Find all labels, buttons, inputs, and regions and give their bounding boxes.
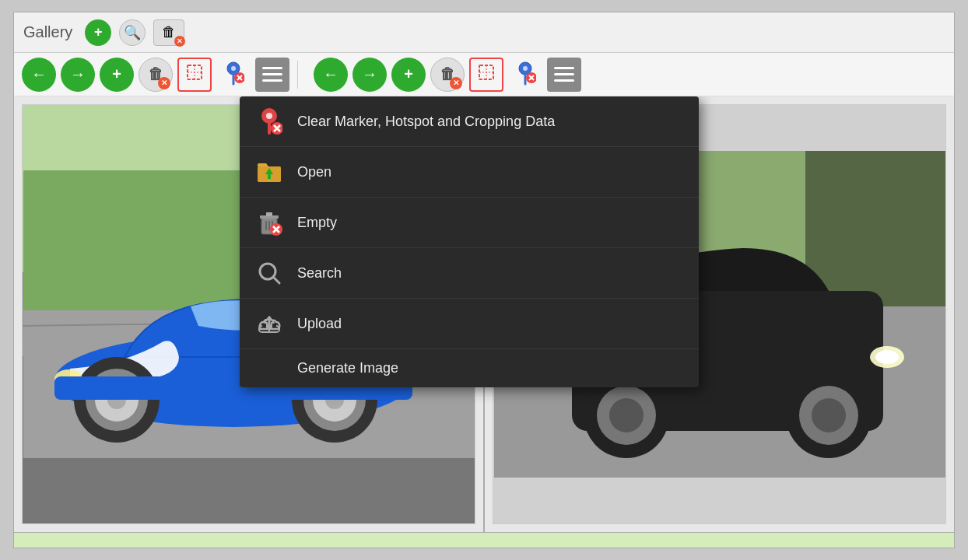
svg-point-35 bbox=[609, 398, 644, 432]
add-button-right[interactable]: + bbox=[391, 58, 426, 92]
svg-line-59 bbox=[273, 277, 279, 283]
delete-button[interactable]: 🗑 ✕ bbox=[153, 19, 184, 46]
dropdown-item-open[interactable]: Open bbox=[240, 147, 699, 198]
empty-icon bbox=[255, 208, 283, 236]
hamburger-line-r1 bbox=[554, 67, 574, 69]
dropdown-menu: Clear Marker, Hotspot and Cropping Data … bbox=[240, 96, 699, 387]
delete-button-right[interactable]: 🗑 ✕ bbox=[430, 58, 465, 92]
menu-button-left[interactable] bbox=[255, 58, 289, 92]
forward-arrow-icon: → bbox=[70, 65, 86, 83]
upload-icon bbox=[255, 310, 283, 338]
svg-rect-30 bbox=[805, 151, 945, 306]
dropdown-item-upload[interactable]: Upload bbox=[240, 299, 699, 349]
forward-button-left[interactable]: → bbox=[61, 58, 95, 92]
search-label: Search bbox=[297, 265, 342, 282]
empty-label: Empty bbox=[297, 215, 337, 231]
svg-point-12 bbox=[523, 66, 528, 71]
hamburger-line-r2 bbox=[554, 73, 574, 75]
plus-icon-right: + bbox=[404, 65, 413, 83]
crop-button-right[interactable] bbox=[469, 58, 503, 92]
search-button[interactable]: 🔍 bbox=[119, 19, 146, 46]
crop-icon-left bbox=[186, 64, 203, 85]
back-button-left[interactable]: ← bbox=[22, 58, 56, 92]
toolbar-separator bbox=[297, 61, 298, 89]
add-button[interactable]: + bbox=[85, 19, 111, 46]
add-button-left[interactable]: + bbox=[100, 58, 134, 92]
forward-arrow-icon-right: → bbox=[362, 65, 377, 83]
hamburger-line-1 bbox=[262, 67, 282, 69]
back-arrow-icon-right: ← bbox=[323, 65, 338, 83]
svg-point-38 bbox=[812, 398, 846, 432]
dropdown-item-search[interactable]: Search bbox=[240, 248, 699, 299]
svg-rect-51 bbox=[266, 212, 272, 216]
generate-image-label: Generate Image bbox=[297, 360, 398, 376]
pin-icon-right bbox=[514, 61, 536, 88]
content-area: Clear Marker, Hotspot and Cropping Data … bbox=[14, 96, 954, 532]
upload-label: Upload bbox=[297, 316, 342, 332]
back-arrow-icon: ← bbox=[31, 65, 47, 83]
pin-button-right[interactable] bbox=[508, 58, 542, 92]
hamburger-line-2 bbox=[262, 73, 282, 75]
menu-button-right[interactable] bbox=[547, 58, 581, 92]
trash-icon: 🗑 bbox=[162, 24, 176, 40]
plus-icon: + bbox=[94, 24, 103, 40]
forward-button-right[interactable]: → bbox=[352, 58, 387, 92]
red-x-icon: ✕ bbox=[174, 36, 185, 47]
toolbar-right: ← → + 🗑 ✕ bbox=[314, 58, 581, 92]
dropdown-item-empty[interactable]: Empty bbox=[240, 198, 699, 248]
search-icon-menu bbox=[255, 259, 283, 287]
gallery-title: Gallery bbox=[23, 23, 72, 41]
dropdown-item-clear-marker[interactable]: Clear Marker, Hotspot and Cropping Data bbox=[240, 96, 699, 147]
status-bar bbox=[14, 532, 954, 548]
svg-point-40 bbox=[875, 350, 899, 364]
search-icon: 🔍 bbox=[124, 24, 141, 41]
clear-marker-label: Clear Marker, Hotspot and Cropping Data bbox=[297, 114, 555, 130]
clear-marker-icon bbox=[255, 107, 283, 135]
main-window: Gallery + 🔍 🗑 ✕ ← → + 🗑 ✕ bbox=[13, 12, 955, 548]
back-button-right[interactable]: ← bbox=[314, 58, 348, 92]
hamburger-line-r3 bbox=[554, 79, 574, 82]
pin-icon-left bbox=[223, 61, 244, 88]
hamburger-line-3 bbox=[262, 79, 282, 82]
pin-button-left[interactable] bbox=[216, 58, 251, 92]
dropdown-item-generate[interactable]: Generate Image bbox=[240, 349, 699, 387]
crop-icon-right bbox=[478, 64, 495, 85]
red-x-left: ✕ bbox=[158, 77, 170, 89]
open-icon bbox=[255, 158, 283, 186]
title-bar: Gallery + 🔍 🗑 ✕ bbox=[14, 12, 954, 53]
svg-point-4 bbox=[231, 66, 236, 71]
delete-button-left[interactable]: 🗑 ✕ bbox=[139, 58, 173, 92]
open-label: Open bbox=[297, 164, 331, 180]
red-x-right: ✕ bbox=[450, 77, 462, 89]
toolbar: ← → + 🗑 ✕ bbox=[14, 53, 954, 96]
svg-point-42 bbox=[266, 113, 272, 119]
crop-button-left[interactable] bbox=[177, 58, 212, 92]
plus-icon-left: + bbox=[112, 65, 121, 83]
